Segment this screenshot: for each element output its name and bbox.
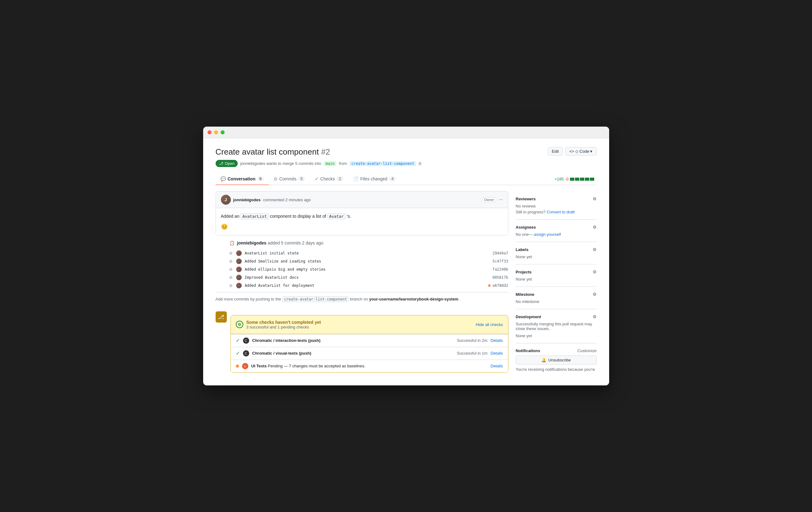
check-name: Chromatic / interaction-tests (push) xyxy=(252,338,454,343)
emoji-reaction-button[interactable]: 😊 xyxy=(221,223,228,230)
tab-checks[interactable]: ✓ Checks 2 xyxy=(310,173,348,185)
diff-bar-chart xyxy=(570,178,594,181)
sidebar-projects-header: Projects ⚙ xyxy=(516,269,597,274)
milestone-gear-icon[interactable]: ⚙ xyxy=(593,292,597,297)
add-commits-prefix: Add more commits by pushing to the xyxy=(215,297,281,301)
commit-avatar xyxy=(236,267,242,272)
edit-button[interactable]: Edit xyxy=(548,147,563,155)
diff-deletions: -0 xyxy=(565,177,569,181)
sidebar: Reviewers ⚙ No reviews Still in progress… xyxy=(516,191,597,377)
comment-header: J jonniebigodes commented 2 minutes ago … xyxy=(216,191,508,208)
status-badge: ⎇ Open xyxy=(215,160,238,167)
add-commits-repo: your-username/learnstorybook-design-syst… xyxy=(369,297,459,301)
check-status: Successful in 1m xyxy=(457,351,487,356)
convert-to-draft-link[interactable]: Convert to draft xyxy=(547,210,575,214)
code-button[interactable]: <> ◇ Code ▾ xyxy=(565,147,597,155)
commit-branch-icon: ⊙ xyxy=(229,267,232,272)
assignees-gear-icon[interactable]: ⚙ xyxy=(593,224,597,230)
commit-sha: a6780d2 xyxy=(492,283,509,288)
sidebar-development-title: Development xyxy=(516,314,541,319)
commits-time: 2 days ago xyxy=(302,240,324,245)
add-commits-branch: create-avatar-list-component xyxy=(282,296,349,302)
reviewers-no-reviews: No reviews xyxy=(516,204,597,208)
check-status: Successful in 2m xyxy=(457,338,487,343)
check-logo: C xyxy=(243,337,249,344)
base-branch-tag[interactable]: main xyxy=(324,161,336,166)
tab-conversation[interactable]: 💬 Conversation 0 xyxy=(215,173,269,185)
commit-status-dot xyxy=(488,284,491,287)
maximize-button[interactable] xyxy=(221,130,225,134)
pr-meta: ⎇ Open jonniebigodes wants to merge 5 co… xyxy=(215,160,597,167)
commit-message: Improved AvatarList docs xyxy=(245,275,489,280)
comment-body-post: 's. xyxy=(347,214,351,219)
comment-author[interactable]: jonniebigodes xyxy=(233,198,261,202)
sidebar-labels-header: Labels ⚙ xyxy=(516,247,597,252)
main-body: J jonniebigodes commented 2 minutes ago … xyxy=(215,191,597,377)
owner-badge: Owner xyxy=(482,197,496,202)
main-left: J jonniebigodes commented 2 minutes ago … xyxy=(215,191,509,377)
check-details-link[interactable]: Details xyxy=(491,364,503,368)
development-gear-icon[interactable]: ⚙ xyxy=(593,314,597,319)
checks-title-block: Some checks haven't completed yet 3 succ… xyxy=(246,320,321,329)
table-row: ⊙ Improved AvatarList docs 085817b xyxy=(215,273,509,281)
comment-text: Added an AvatarList component to display… xyxy=(221,213,503,220)
sidebar-development: Development ⚙ Successfully merging this … xyxy=(516,309,597,343)
avatar: J xyxy=(221,195,231,205)
assign-yourself-link[interactable]: assign yourself xyxy=(534,232,561,237)
sidebar-milestone: Milestone ⚙ No milestone xyxy=(516,287,597,309)
hide-checks-button[interactable]: Hide all checks xyxy=(476,322,503,327)
check-details-link[interactable]: Details xyxy=(491,338,503,343)
notifications-reason: You're receiving notifications because y… xyxy=(516,367,597,372)
projects-gear-icon[interactable]: ⚙ xyxy=(593,269,597,274)
pr-title-text: Create avatar list component xyxy=(215,147,319,156)
copy-icon[interactable]: ⎘ xyxy=(419,161,421,166)
checks-section: Some checks haven't completed yet 3 succ… xyxy=(231,315,509,373)
check-item: ✓ C Chromatic / visual-tests (push) Succ… xyxy=(231,347,508,360)
titlebar xyxy=(203,127,609,139)
check-details-link[interactable]: Details xyxy=(491,351,503,356)
unsubscribe-label: Unsubscribe xyxy=(548,358,571,362)
comment-code2: Avatar xyxy=(327,213,346,219)
sidebar-reviewers: Reviewers ⚙ No reviews Still in progress… xyxy=(516,191,597,220)
commit-avatar xyxy=(236,275,242,280)
diff-bar-3 xyxy=(580,178,584,181)
commit-branch-icon: ⊙ xyxy=(229,259,232,264)
commits-actor[interactable]: jonniebigodes xyxy=(237,240,267,245)
customize-notifications-button[interactable]: Customize xyxy=(577,349,597,353)
pr-title: Create avatar list component #2 xyxy=(215,147,330,157)
tab-files-changed[interactable]: 📄 Files changed 4 xyxy=(348,173,401,185)
minimize-button[interactable] xyxy=(214,130,218,134)
add-commits-text: Add more commits by pushing to the creat… xyxy=(215,292,509,306)
tab-commits-label: Commits xyxy=(279,176,296,181)
diff-additions: +185 xyxy=(555,177,564,181)
development-none: None yet xyxy=(516,333,597,338)
table-row: ⊙ Added ellipsis big and empty stories f… xyxy=(215,265,509,273)
close-button[interactable] xyxy=(207,130,211,134)
files-icon: 📄 xyxy=(353,176,358,181)
head-branch-tag[interactable]: create-avatar-list-component xyxy=(349,161,416,166)
commit-sha: fa2240b xyxy=(492,267,509,272)
tab-commits-count: 5 xyxy=(298,176,305,181)
labels-none: None yet xyxy=(516,254,597,259)
tab-commits[interactable]: ⊙ Commits 5 xyxy=(269,173,310,185)
sidebar-notifications: Notifications Customize 🔔 Unsubscribe Yo… xyxy=(516,343,597,377)
commits-action: added 5 commits xyxy=(267,240,301,245)
check-name: Chromatic / visual-tests (push) xyxy=(252,351,454,356)
pr-meta-text: jonniebigodes wants to merge 5 commits i… xyxy=(240,161,321,166)
reviewers-gear-icon[interactable]: ⚙ xyxy=(593,196,597,201)
commit-message: Added ellipsis big and empty stories xyxy=(245,267,489,272)
development-description: Successfully merging this pull request m… xyxy=(516,322,597,331)
unsubscribe-button[interactable]: 🔔 Unsubscribe xyxy=(516,356,597,365)
more-options-button[interactable]: ··· xyxy=(499,197,503,203)
tabs-bar: 💬 Conversation 0 ⊙ Commits 5 ✓ Checks 2 … xyxy=(215,173,597,185)
tab-checks-count: 2 xyxy=(337,176,343,181)
commits-header-text: jonniebigodes added 5 commits 2 days ago xyxy=(237,240,324,245)
sidebar-assignees-header: Assignees ⚙ xyxy=(516,224,597,230)
diff-bar-1 xyxy=(570,178,574,181)
check-name: UI Tests Pending — 7 changes must be acc… xyxy=(251,364,488,368)
checks-icon: ✓ xyxy=(315,176,319,181)
diff-stats: +185 -0 xyxy=(555,177,597,181)
sidebar-development-header: Development ⚙ xyxy=(516,314,597,319)
labels-gear-icon[interactable]: ⚙ xyxy=(593,247,597,252)
comment-block: J jonniebigodes commented 2 minutes ago … xyxy=(215,191,509,236)
